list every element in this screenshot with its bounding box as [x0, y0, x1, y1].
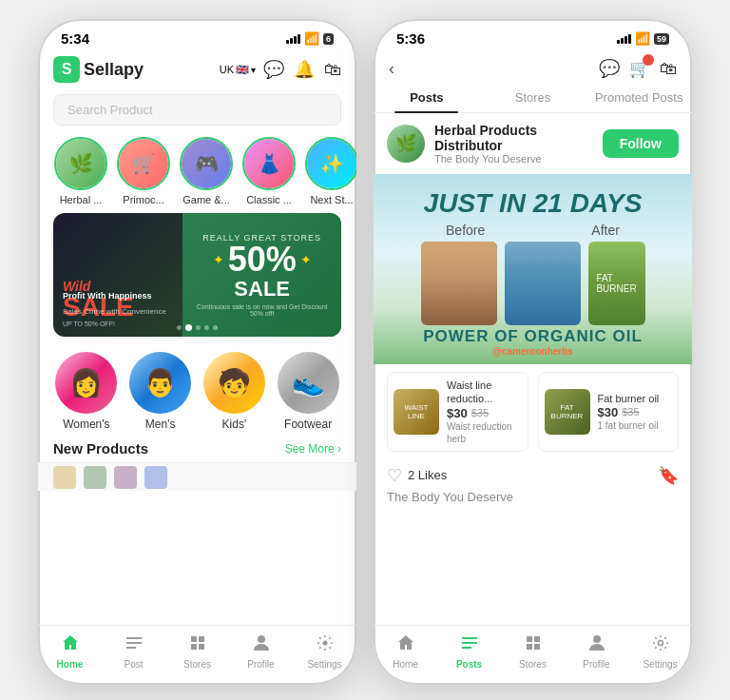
- gender-women[interactable]: 👩 Women's: [53, 352, 120, 431]
- nav-profile[interactable]: Profile: [229, 633, 293, 670]
- new-products-title: New Products: [53, 440, 148, 457]
- nav2-posts[interactable]: Posts: [437, 633, 501, 670]
- gender-circle-footwear: 👟: [278, 352, 339, 414]
- gender-kids[interactable]: 🧒 Kids': [202, 352, 268, 431]
- nav2-stores[interactable]: Stores: [501, 633, 565, 670]
- sparkle-right-icon: ✦: [300, 252, 312, 267]
- battery-badge-2: 59: [654, 33, 669, 45]
- store-subtitle: The Body You Deserve: [434, 153, 603, 165]
- dot-2: [185, 324, 192, 331]
- product-name-2: Fat burner oil: [598, 392, 660, 405]
- bag-icon-2[interactable]: 🛍: [660, 59, 677, 79]
- status-bar-2: 5:36 📶 59: [374, 19, 692, 50]
- phone2-content: ‹ 💬 🛒 🛍 Posts Stores Promote: [374, 50, 692, 685]
- cat-img-next: ✨: [307, 139, 356, 188]
- banner-profit: Profit With Happiness Sales Come with Co…: [63, 291, 166, 318]
- nav2-home[interactable]: Home: [374, 633, 437, 670]
- stores-icon-2: [524, 633, 543, 657]
- svg-rect-4: [199, 636, 204, 642]
- post-image-inner: JUST IN 21 DAYS Before After FATBU: [374, 174, 692, 364]
- organic-title: POWER OF ORGANIC OIL: [374, 327, 692, 346]
- search-input[interactable]: Search Product: [53, 94, 341, 126]
- product-item-1[interactable]: [53, 466, 76, 489]
- cat-label-game: Game &...: [182, 194, 230, 205]
- spacer-2: [374, 512, 692, 625]
- nav-post[interactable]: Post: [102, 633, 165, 670]
- categories-list: 🌿 Herbal ... 🛒 Primoc... 🎮 Game &...: [38, 133, 356, 213]
- category-next[interactable]: ✨ Next St...: [304, 137, 356, 205]
- back-button[interactable]: ‹: [389, 59, 394, 79]
- nav2-settings[interactable]: Settings: [628, 633, 692, 670]
- tab-promoted[interactable]: Promoted Posts: [586, 83, 692, 112]
- app-header: S Sellapy UK 🇬🇧 ▾ 💬 🔔 🛍: [38, 50, 356, 88]
- category-classic[interactable]: 👗 Classic ...: [241, 137, 297, 205]
- tab-stores[interactable]: Stores: [480, 83, 586, 112]
- see-more-link[interactable]: See More ›: [285, 442, 341, 456]
- phone2-header: ‹ 💬 🛒 🛍: [374, 50, 692, 83]
- product-item-2[interactable]: [84, 466, 106, 489]
- after-label: After: [591, 223, 620, 238]
- cat-img-herbal: 🌿: [56, 139, 106, 188]
- dot-3: [196, 325, 201, 330]
- body-images: FATBURNER: [374, 242, 692, 327]
- gender-label-women: Women's: [63, 418, 109, 431]
- logo-text: Sellapy: [84, 60, 144, 80]
- bag-icon[interactable]: 🛍: [324, 60, 341, 80]
- chat-icon[interactable]: 💬: [263, 59, 284, 80]
- product-old-price-1: $35: [471, 407, 489, 418]
- svg-rect-6: [199, 644, 204, 650]
- settings-icon-2: [651, 633, 670, 657]
- region-selector[interactable]: UK 🇬🇧 ▾: [220, 64, 256, 76]
- category-herbal[interactable]: 🌿 Herbal ...: [53, 137, 108, 205]
- svg-rect-5: [191, 644, 197, 650]
- store-profile: 🌿 Herbal Products Distributor The Body Y…: [374, 113, 692, 174]
- product-card-1[interactable]: WAISTLINE Waist line reductio... $30 $35…: [387, 372, 528, 452]
- tab-posts[interactable]: Posts: [374, 83, 480, 112]
- follow-button[interactable]: Follow: [603, 129, 679, 158]
- product-old-price-2: $35: [622, 406, 639, 418]
- product-item-3[interactable]: [114, 466, 137, 489]
- gender-footwear[interactable]: 👟 Footwear: [275, 352, 341, 431]
- nav2-profile[interactable]: Profile: [565, 633, 628, 670]
- nav-settings[interactable]: Settings: [293, 633, 356, 670]
- nav2-settings-label: Settings: [643, 659, 677, 670]
- heart-header-icon[interactable]: 🛒: [629, 58, 650, 79]
- product-card-2[interactable]: FATBURNER Fat burner oil $30 $35 1 fat b…: [538, 372, 680, 452]
- likes-count: 2 Likes: [408, 468, 447, 482]
- post-image: JUST IN 21 DAYS Before After FATBU: [374, 174, 692, 364]
- home-icon-2: [396, 633, 415, 657]
- logo-icon: S: [53, 56, 80, 83]
- nav-home[interactable]: Home: [38, 633, 102, 670]
- notification-icon[interactable]: 🔔: [294, 59, 315, 80]
- gender-men[interactable]: 👨 Men's: [127, 352, 194, 431]
- search-placeholder: Search Product: [67, 103, 153, 117]
- logo: S Sellapy: [53, 56, 144, 83]
- svg-point-8: [322, 641, 327, 646]
- product-item-4[interactable]: [144, 466, 167, 489]
- svg-rect-3: [191, 636, 197, 642]
- product-subname-2: 1 fat burner oil: [598, 419, 660, 432]
- product-name-1: Waist line reductio...: [447, 379, 522, 406]
- nav-stores[interactable]: Stores: [165, 633, 229, 670]
- gender-circle-women: 👩: [55, 352, 117, 414]
- svg-rect-0: [126, 637, 142, 639]
- bookmark-icon[interactable]: 🔖: [658, 465, 679, 486]
- cat-circle-next: ✨: [305, 137, 356, 190]
- svg-rect-14: [527, 644, 532, 650]
- svg-point-7: [258, 635, 265, 643]
- cat-label-classic: Classic ...: [246, 194, 292, 205]
- wifi-icon: 📶: [304, 31, 319, 46]
- nav-home-label: Home: [57, 659, 84, 670]
- category-primoc[interactable]: 🛒 Primoc...: [116, 137, 171, 205]
- heart-icon[interactable]: ♡: [387, 465, 402, 486]
- category-game[interactable]: 🎮 Game &...: [179, 137, 234, 205]
- women-icon: 👩: [69, 367, 103, 399]
- banner-right: REALLY GREAT STORES ✦ 50% ✦ SALE Continu…: [182, 213, 341, 337]
- product-price-2: $30: [598, 405, 619, 419]
- product-info-2: Fat burner oil $30 $35 1 fat burner oil: [598, 392, 660, 432]
- men-icon: 👨: [144, 367, 177, 399]
- bottom-nav-2: Home Posts Stores: [374, 625, 692, 685]
- svg-rect-15: [534, 644, 540, 650]
- store-name: Herbal Products Distributor: [434, 123, 603, 153]
- chat-icon-2[interactable]: 💬: [599, 58, 620, 79]
